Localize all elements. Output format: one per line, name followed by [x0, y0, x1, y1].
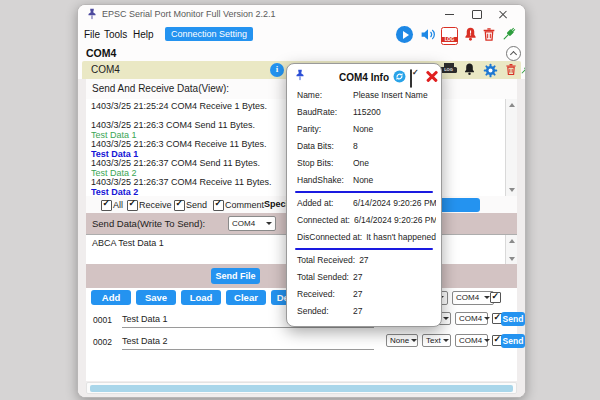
title-bar: EPSC Serial Port Monitor Full Version 2.…	[78, 5, 525, 24]
popup-field: Connected at:6/14/2024 9:20:26 PM	[297, 215, 436, 225]
row-index: 0002	[93, 337, 112, 347]
row-port-select[interactable]: COM4	[455, 312, 488, 325]
all-checkbox[interactable]	[101, 200, 112, 211]
row-underline	[122, 349, 374, 350]
comment-label: Comment	[225, 200, 264, 210]
panel-plug-icon[interactable]	[518, 62, 526, 77]
receive-label: Receive	[139, 200, 172, 210]
input-scrollbar[interactable]	[505, 235, 517, 265]
send-checkbox[interactable]	[174, 200, 185, 211]
port-section-title: COM4	[86, 47, 116, 59]
horizontal-scrollbar[interactable]	[86, 382, 517, 394]
popup-field: Received:27	[297, 289, 436, 299]
popup-close-icon[interactable]	[426, 70, 439, 83]
send-file-button[interactable]: Send File	[211, 268, 260, 284]
panel-trash-icon[interactable]	[504, 62, 518, 77]
popup-field: Added at:6/14/2024 9:20:26 PM	[297, 198, 436, 208]
send-port-select[interactable]: COM4	[228, 216, 276, 231]
popup-field: Total Sended:27	[297, 272, 436, 282]
popup-field: Sended:27	[297, 306, 436, 316]
menu-tools[interactable]: Tools	[104, 29, 127, 40]
popup-divider	[295, 248, 433, 250]
connect-plug-icon[interactable]	[499, 25, 518, 44]
com4-info-popup: COM4 Info Name:Please Insert Name BaudRa…	[286, 63, 442, 327]
send-data-label: Send Data(Write To Send):	[92, 218, 205, 229]
panel-bell-icon[interactable]	[462, 62, 477, 77]
row-text-input[interactable]: Test Data 2	[122, 336, 168, 346]
row-port-select[interactable]: COM4	[455, 334, 488, 347]
connection-setting-button[interactable]: Connection Setting	[165, 27, 253, 41]
log-file-icon[interactable]: LOG	[441, 27, 458, 45]
row-format-select[interactable]: Text	[422, 334, 451, 347]
panel-title: COM4	[91, 64, 120, 75]
popout-window-icon[interactable]	[410, 70, 423, 83]
load-button[interactable]: Load	[181, 290, 221, 305]
close-button[interactable]	[494, 8, 512, 21]
scrollbar-thumb[interactable]	[90, 385, 513, 392]
speaker-icon[interactable]	[419, 26, 437, 43]
comment-checkbox[interactable]	[213, 200, 224, 211]
popup-field: DisConnected at:It hasn't happened yet	[297, 232, 436, 242]
actions-port-select[interactable]: COM4	[452, 291, 494, 305]
popup-field: Name:Please Insert Name	[297, 90, 436, 100]
row-text-input[interactable]: Test Data 1	[122, 314, 168, 324]
maximize-button[interactable]	[468, 8, 486, 21]
actions-checkbox[interactable]	[490, 292, 501, 303]
log-printer-icon[interactable]: LOG	[440, 63, 457, 76]
row-send-button[interactable]: Send	[501, 334, 525, 348]
popup-field: BaudRate:115200	[297, 107, 436, 117]
port-section-row: COM4	[78, 46, 525, 61]
send-text-value: ABCA Test Data 1	[92, 238, 164, 248]
row-send-button[interactable]: Send	[501, 312, 525, 326]
menu-bar: File Tools Help Connection Setting LOG	[78, 24, 525, 46]
info-icon[interactable]	[270, 63, 284, 77]
receive-checkbox[interactable]	[127, 200, 138, 211]
log-scrollbar[interactable]	[505, 99, 517, 196]
app-title: EPSC Serial Port Monitor Full Version 2.…	[102, 9, 276, 19]
pushpin-icon	[85, 7, 99, 21]
alert-bell-icon[interactable]	[462, 26, 479, 43]
minimize-button[interactable]	[440, 8, 458, 21]
view-label: Send And Receive Data(View):	[92, 83, 229, 94]
popup-field: Stop Bits:One	[297, 158, 436, 168]
clear-button[interactable]: Clear	[226, 290, 266, 305]
popup-divider	[295, 191, 433, 193]
add-button[interactable]: Add	[91, 290, 131, 305]
play-icon[interactable]	[396, 26, 413, 43]
row-mode-select[interactable]: None	[386, 334, 418, 347]
refresh-icon[interactable]	[393, 69, 406, 82]
row-underline	[122, 327, 374, 328]
app-window: EPSC Serial Port Monitor Full Version 2.…	[77, 4, 526, 398]
popup-field: HandShake:None	[297, 175, 436, 185]
trash-icon[interactable]	[481, 26, 497, 43]
popup-field: Data Bits:8	[297, 141, 436, 151]
menu-help[interactable]: Help	[133, 29, 154, 40]
all-label: All	[113, 200, 123, 210]
collapse-chevron-button[interactable]	[506, 46, 521, 61]
menu-file[interactable]: File	[84, 29, 100, 40]
row-index: 0001	[93, 315, 112, 325]
desktop-background: EPSC Serial Port Monitor Full Version 2.…	[0, 0, 600, 400]
settings-gear-icon[interactable]	[482, 62, 499, 79]
popup-field: Total Received:27	[297, 255, 436, 265]
save-button[interactable]: Save	[136, 290, 176, 305]
send-label: Send	[186, 200, 207, 210]
popup-field: Parity:None	[297, 124, 436, 134]
